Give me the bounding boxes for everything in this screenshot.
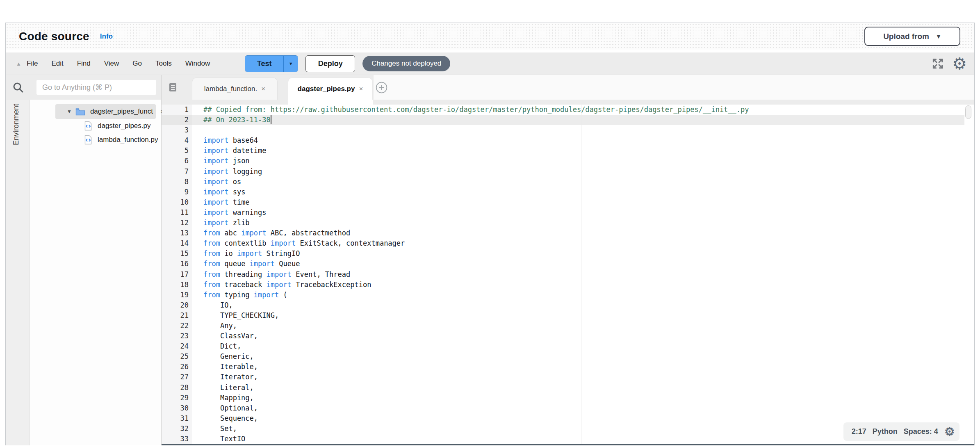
- python-file-icon: [84, 135, 92, 145]
- deploy-button[interactable]: Deploy: [305, 55, 355, 72]
- line-number: 26: [162, 362, 192, 372]
- line-number-gutter[interactable]: 1234567891011121314151617181920212223242…: [162, 105, 192, 444]
- close-tab-icon[interactable]: ×: [261, 85, 265, 93]
- code-line: Sequence,: [203, 413, 749, 424]
- info-link[interactable]: Info: [100, 32, 113, 41]
- line-number: 33: [162, 434, 192, 444]
- code-lines: ## Copied from: https://raw.githubuserco…: [203, 105, 749, 444]
- line-number: 17: [162, 269, 192, 280]
- menu-item-file[interactable]: File: [27, 59, 38, 68]
- fullscreen-icon[interactable]: [932, 57, 944, 70]
- cursor-position[interactable]: 2:17: [852, 427, 866, 436]
- tree-file-lambda_function.py[interactable]: lambda_function.py: [84, 133, 158, 147]
- collapse-panel-icon[interactable]: ▲: [16, 61, 27, 67]
- page-title: Code source: [19, 30, 89, 43]
- bottom-divider-bar: [162, 444, 974, 445]
- line-number: 2: [162, 115, 192, 125]
- line-number: 3: [162, 125, 192, 135]
- code-line: from typing import (: [203, 290, 749, 300]
- line-number: 7: [162, 166, 192, 177]
- code-line: ClassVar,: [203, 331, 749, 341]
- open-files-list-icon[interactable]: [168, 82, 178, 93]
- line-number: 14: [162, 238, 192, 249]
- line-number: 13: [162, 228, 192, 238]
- text-cursor: [271, 115, 271, 124]
- code-line: ## On 2023-11-30: [203, 115, 749, 125]
- line-number: 8: [162, 177, 192, 187]
- code-line: import logging: [203, 166, 749, 177]
- language-mode[interactable]: Python: [873, 427, 898, 436]
- code-line: ## Copied from: https://raw.githubuserco…: [203, 105, 749, 115]
- code-line: import os: [203, 177, 749, 187]
- line-number: 22: [162, 321, 192, 331]
- tab-label: dagster_pipes.py: [298, 85, 355, 93]
- settings-gear-icon[interactable]: ⚙: [952, 55, 967, 72]
- code-line: from abc import ABC, abstractmethod: [203, 228, 749, 238]
- environment-strip[interactable]: Environment: [6, 100, 30, 445]
- code-line: Mapping,: [203, 393, 749, 403]
- test-dropdown-arrow[interactable]: ▼: [283, 56, 298, 72]
- folder-icon: [75, 108, 85, 116]
- code-line: Any,: [203, 321, 749, 331]
- menu-item-find[interactable]: Find: [77, 59, 91, 68]
- test-button[interactable]: Test: [245, 56, 283, 72]
- line-number: 31: [162, 413, 192, 424]
- tab-dagster_pipes.py[interactable]: dagster_pipes.py×: [288, 78, 373, 100]
- sidebar-body: Environment ▼ dagster_pipes_funct: [6, 100, 161, 445]
- code-line: Literal,: [203, 383, 749, 393]
- editor-status-bar: 2:17 Python Spaces: 4 ⚙: [843, 422, 959, 441]
- file-tree: ▼ dagster_pipes_funct ⚙ ▼ dagster_pipes.…: [30, 100, 161, 445]
- test-split-button[interactable]: Test ▼: [245, 55, 298, 72]
- file-name: lambda_function.py: [98, 136, 158, 144]
- line-number: 15: [162, 249, 192, 259]
- code-line: Iterable,: [203, 362, 749, 372]
- code-line: from queue import Queue: [203, 259, 749, 269]
- deploy-status-badge: Changes not deployed: [362, 56, 450, 71]
- upload-from-button[interactable]: Upload from ▼: [864, 27, 960, 46]
- code-source-header: Code source Info Upload from ▼: [6, 23, 974, 50]
- file-name: dagster_pipes.py: [98, 122, 150, 130]
- editor-settings-gear-icon[interactable]: ⚙: [944, 426, 955, 438]
- line-number: 18: [162, 280, 192, 290]
- line-number: 24: [162, 341, 192, 351]
- code-line: import sys: [203, 187, 749, 197]
- new-tab-icon[interactable]: [376, 82, 387, 94]
- file-sidebar: Environment ▼ dagster_pipes_funct: [6, 75, 161, 445]
- line-number: 16: [162, 259, 192, 269]
- menu-item-go[interactable]: Go: [132, 59, 142, 68]
- code-line: TextIO: [203, 434, 749, 444]
- menu-item-view[interactable]: View: [104, 59, 119, 68]
- code-line: import json: [203, 156, 749, 166]
- tree-file-dagster_pipes.py[interactable]: dagster_pipes.py: [84, 119, 150, 133]
- code-line: from io import StringIO: [203, 249, 749, 259]
- indentation-setting[interactable]: Spaces: 4: [904, 427, 938, 436]
- line-number: 23: [162, 331, 192, 341]
- line-number: 21: [162, 310, 192, 321]
- tab-label: lambda_function.: [204, 85, 257, 93]
- lambda-code-editor-page: Code source Info Upload from ▼ ▲ FileEdi…: [0, 0, 980, 447]
- code-line: [203, 125, 749, 135]
- menu-item-tools[interactable]: Tools: [155, 59, 172, 68]
- folder-disclosure-icon[interactable]: ▼: [67, 109, 72, 114]
- tab-lambda_function[interactable]: lambda_function.×: [192, 78, 278, 100]
- line-number: 5: [162, 146, 192, 156]
- line-number: 32: [162, 424, 192, 434]
- line-number: 20: [162, 300, 192, 310]
- vertical-scrollbar-thumb[interactable]: [965, 105, 971, 119]
- code-editor[interactable]: 1234567891011121314151617181920212223242…: [162, 105, 974, 444]
- line-number: 4: [162, 135, 192, 146]
- line-number: 30: [162, 403, 192, 413]
- tab-bar: lambda_function.×dagster_pipes.py×: [162, 75, 974, 100]
- tree-folder-row[interactable]: ▼ dagster_pipes_funct: [67, 105, 153, 119]
- line-number: 12: [162, 218, 192, 228]
- line-number: 1: [162, 105, 192, 115]
- code-line: import base64: [203, 135, 749, 146]
- header-divider: [6, 50, 974, 52]
- goto-anything-input[interactable]: [36, 80, 156, 95]
- close-tab-icon[interactable]: ×: [359, 85, 363, 93]
- line-number: 9: [162, 187, 192, 197]
- python-file-icon: [84, 121, 92, 131]
- line-number: 25: [162, 351, 192, 362]
- menu-item-window[interactable]: Window: [185, 59, 210, 68]
- menu-item-edit[interactable]: Edit: [51, 59, 63, 68]
